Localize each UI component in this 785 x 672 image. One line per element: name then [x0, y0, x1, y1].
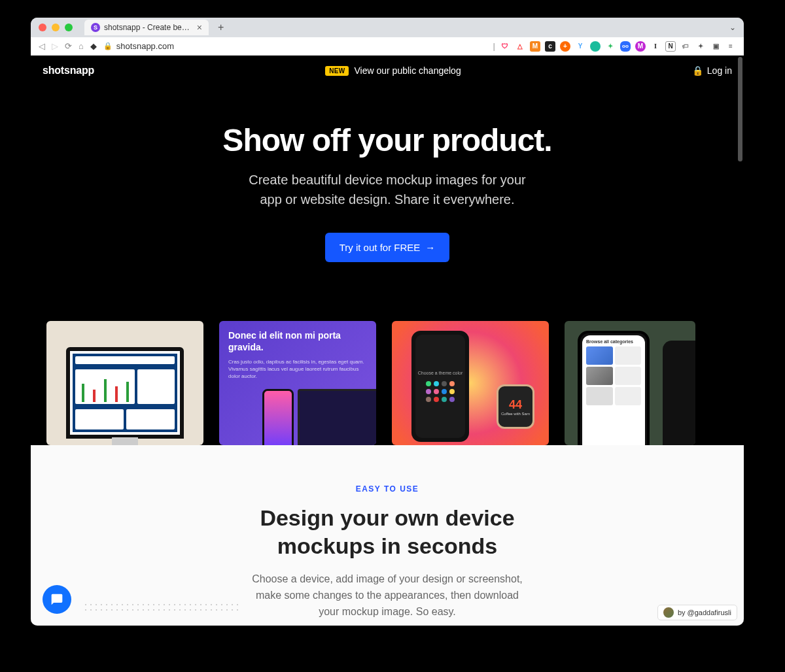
hero-headline: Show off your product.	[57, 122, 718, 158]
tab-title: shotsnapp - Create beautiful de	[104, 23, 193, 32]
gallery-card-watch[interactable]: Choose a theme color	[392, 321, 549, 445]
site-nav: shotsnapp NEW View our public changelog …	[31, 56, 744, 76]
cta-try-free-button[interactable]: Try it out for FREE →	[325, 233, 450, 262]
bookmark-icon[interactable]: ◆	[90, 41, 97, 51]
card4-header: Browse all categories	[586, 339, 641, 344]
ext-y-icon[interactable]: Y	[575, 41, 585, 52]
phone-mockup: Browse all categories	[578, 331, 650, 445]
card2-heading: Donec id elit non mi porta gravida.	[228, 330, 367, 353]
browser-toolbar: ◁ ▷ ⟳ ⌂ ◆ 🔒 shotsnapp.com | 🛡 △ M c + Y …	[31, 37, 744, 56]
watch-number: 44	[509, 398, 522, 412]
cta-label: Try it out for FREE	[340, 242, 421, 253]
ext-triangle-icon[interactable]: △	[515, 41, 525, 52]
section-eyebrow: EASY TO USE	[122, 484, 652, 494]
site-logo[interactable]: shotsnapp	[43, 65, 94, 76]
changelog-text: View our public changelog	[354, 65, 461, 76]
address-bar[interactable]: 🔒 shotsnapp.com	[103, 41, 487, 51]
avatar	[663, 607, 674, 618]
window-zoom-button[interactable]	[65, 24, 73, 31]
tabs-dropdown-icon[interactable]: ⌄	[729, 23, 736, 32]
ext-m-icon[interactable]: M	[635, 41, 646, 52]
ext-blue-pill-icon[interactable]: oo	[620, 41, 631, 52]
viewport: shotsnapp NEW View our public changelog …	[31, 56, 744, 626]
phone-mockup: Choose a theme color	[411, 331, 469, 442]
ext-tag-icon[interactable]: 🏷	[680, 41, 691, 52]
new-tab-button[interactable]: +	[214, 22, 228, 33]
new-badge: NEW	[325, 66, 349, 76]
tab-close-button[interactable]: ×	[197, 22, 202, 33]
back-icon[interactable]: ◁	[39, 41, 45, 51]
laptop-mockup	[298, 389, 376, 445]
scrollbar[interactable]	[738, 57, 742, 161]
login-label: Log in	[707, 65, 732, 76]
traffic-lights	[39, 24, 73, 31]
gallery-card-app[interactable]: Browse all categories	[565, 321, 695, 445]
attribution-text: by @gaddafirusli	[678, 609, 731, 616]
chat-widget-button[interactable]	[43, 585, 71, 614]
gallery-card-imac[interactable]	[46, 321, 203, 445]
watch-label: Coffee with Sam	[501, 412, 530, 416]
url-text: shotsnapp.com	[116, 41, 174, 51]
hero-section: Show off your product. Create beautiful …	[31, 76, 744, 262]
chat-icon	[50, 593, 63, 606]
phone-mockup-secondary	[663, 341, 695, 445]
page-content: shotsnapp NEW View our public changelog …	[31, 56, 744, 626]
reload-icon[interactable]: ⟳	[65, 41, 72, 51]
favicon-icon: S	[91, 23, 100, 32]
brave-shield-icon[interactable]: 🛡	[500, 41, 510, 52]
lock-icon: 🔒	[103, 42, 113, 50]
gallery-card-purple[interactable]: Donec id elit non mi porta gravida. Cras…	[219, 321, 376, 445]
phone-mockup	[262, 389, 294, 445]
extension-icons: | 🛡 △ M c + Y ✦ oo M I N 🏷 ✦ ▣ ≡	[493, 41, 736, 52]
browser-menu-icon[interactable]: ≡	[725, 41, 736, 52]
ext-teal-icon[interactable]	[590, 41, 601, 52]
evernote-icon[interactable]: ✦	[605, 41, 616, 52]
browser-window: S shotsnapp - Create beautiful de × + ⌄ …	[31, 18, 744, 626]
hero-subtext: Create beautiful device mockup images fo…	[57, 170, 718, 209]
notion-icon[interactable]: N	[665, 41, 676, 52]
ext-i-icon[interactable]: I	[650, 41, 661, 52]
window-close-button[interactable]	[39, 24, 46, 31]
mockup-gallery: Donec id elit non mi porta gravida. Cras…	[31, 321, 744, 445]
forward-icon[interactable]: ▷	[52, 41, 58, 51]
decorative-dots	[83, 602, 240, 614]
tab-bar: S shotsnapp - Create beautiful de × + ⌄	[31, 18, 744, 37]
metamask-icon[interactable]: M	[530, 41, 540, 52]
section-heading: Design your own device mockups in second…	[122, 504, 652, 560]
card2-body: Cras justo odio, dapibus ac facilisis in…	[228, 358, 367, 380]
watch-mockup: 44 Coffee with Sam	[497, 384, 534, 429]
easy-to-use-section: EASY TO USE Design your own device mocku…	[31, 445, 744, 626]
attribution-badge[interactable]: by @gaddafirusli	[657, 605, 737, 620]
login-link[interactable]: 🔒 Log in	[692, 65, 732, 76]
extensions-menu-icon[interactable]: ✦	[695, 41, 706, 52]
window-minimize-button[interactable]	[52, 24, 60, 31]
browser-tab[interactable]: S shotsnapp - Create beautiful de ×	[84, 20, 209, 35]
imac-mockup	[66, 347, 184, 439]
arrow-right-icon: →	[425, 242, 435, 253]
changelog-link[interactable]: NEW View our public changelog	[325, 65, 461, 76]
ext-dark-c-icon[interactable]: c	[545, 41, 555, 52]
lock-icon: 🔒	[692, 65, 703, 76]
home-icon[interactable]: ⌂	[78, 41, 84, 51]
ext-plus-icon[interactable]: +	[560, 41, 570, 52]
ext-pip-icon[interactable]: ▣	[710, 41, 721, 52]
